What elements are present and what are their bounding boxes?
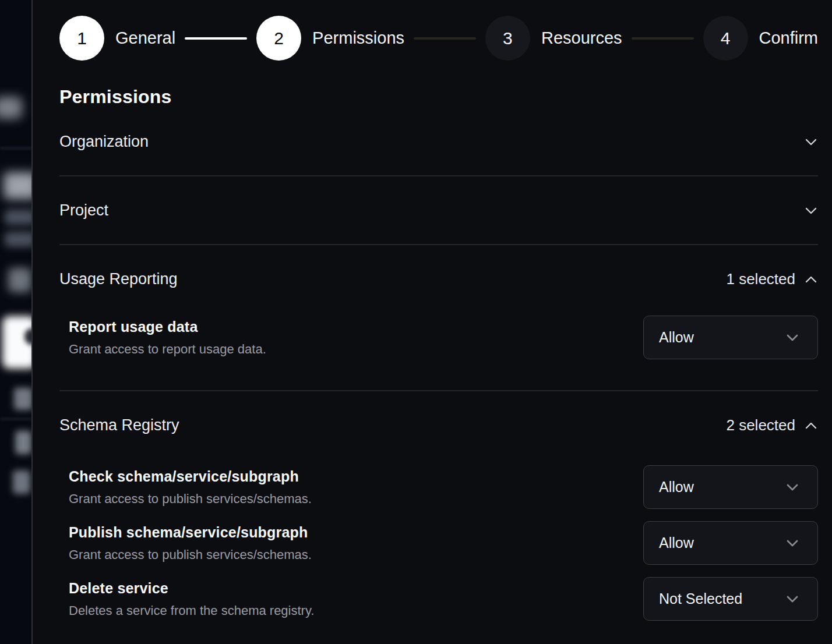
section-usage-reporting: Usage Reporting 1 selected Report usage … [59,245,818,391]
permission-row-check-schema: Check schema/service/subgraph Grant acce… [69,465,818,509]
section-schema-registry: Schema Registry 2 selected Check schema/… [59,391,818,638]
permission-select-check-schema[interactable]: Allow [643,465,818,509]
background-blur-shape [15,431,31,454]
permission-rows: Report usage data Grant access to report… [59,316,818,390]
chevron-down-icon [785,539,800,548]
permission-row-report-usage-data: Report usage data Grant access to report… [69,316,818,359]
permission-row-publish-schema: Publish schema/service/subgraph Grant ac… [69,521,818,565]
permission-description: Grant access to publish services/schemas… [69,491,312,507]
page-title: Permissions [59,86,818,108]
permission-title: Check schema/service/subgraph [69,468,312,485]
step-label: General [115,29,175,48]
background-blur-divider [0,418,31,420]
step-general[interactable]: 1 General [59,16,175,61]
step-connector [185,37,247,40]
background-blur-shape [3,172,31,199]
permission-select-publish-schema[interactable]: Allow [643,521,818,565]
select-value: Allow [659,329,694,346]
step-confirm[interactable]: 4 Confirm [703,16,819,61]
permission-select-delete-service[interactable]: Not Selected [643,577,818,621]
section-organization-header[interactable]: Organization [59,108,818,175]
step-number-badge: 1 [59,16,104,61]
step-connector [632,37,694,40]
section-label: Organization [59,133,149,151]
step-resources[interactable]: 3 Resources [485,16,622,61]
section-schema-registry-header[interactable]: Schema Registry 2 selected [59,391,818,434]
background-blur-divider [0,147,31,149]
create-token-wizard-modal: 1 General 2 Permissions 3 Resources 4 Co… [33,0,832,644]
chevron-up-icon [804,275,818,284]
section-label: Usage Reporting [59,270,178,288]
section-project: Project [59,176,818,245]
background-blur-shape [5,210,31,225]
select-value: Allow [659,479,694,496]
wizard-stepper: 1 General 2 Permissions 3 Resources 4 Co… [59,16,818,61]
selected-count: 1 selected [726,270,795,288]
permission-title: Publish schema/service/subgraph [69,524,312,541]
chevron-down-icon [785,595,800,604]
permission-description: Deletes a service from the schema regist… [69,603,314,618]
permission-description: Grant access to report usage data. [69,342,266,357]
step-permissions[interactable]: 2 Permissions [256,16,404,61]
step-number-badge: 3 [485,16,530,61]
permission-title: Delete service [69,580,314,597]
step-number-badge: 4 [703,16,748,61]
background-blur-shape [8,268,31,292]
background-blur-shape [5,232,31,247]
select-value: Not Selected [659,590,742,607]
permission-select-report-usage-data[interactable]: Allow [643,316,818,359]
chevron-down-icon [785,333,800,342]
section-label: Project [59,201,108,220]
step-number-badge: 2 [256,16,301,61]
background-blur-shape [14,388,31,410]
step-label: Resources [541,29,622,48]
section-usage-reporting-header[interactable]: Usage Reporting 1 selected [59,245,818,288]
step-label: Confirm [759,29,819,48]
background-app-strip [0,0,31,644]
permission-title: Report usage data [69,319,266,335]
section-label: Schema Registry [59,416,179,434]
chevron-down-icon [804,137,818,147]
step-label: Permissions [312,29,404,48]
section-organization: Organization [59,108,818,176]
permission-description: Grant access to publish services/schemas… [69,547,312,562]
permission-rows: Check schema/service/subgraph Grant acce… [59,465,818,638]
section-project-header[interactable]: Project [59,176,818,244]
select-value: Allow [659,535,694,551]
chevron-down-icon [804,206,818,215]
selected-count: 2 selected [726,416,795,434]
step-connector [414,37,476,40]
permission-row-delete-service: Delete service Deletes a service from th… [69,577,818,621]
background-blur-shape [0,97,22,119]
chevron-down-icon [785,483,800,492]
chevron-up-icon [804,421,818,430]
background-blur-shape [13,470,30,494]
